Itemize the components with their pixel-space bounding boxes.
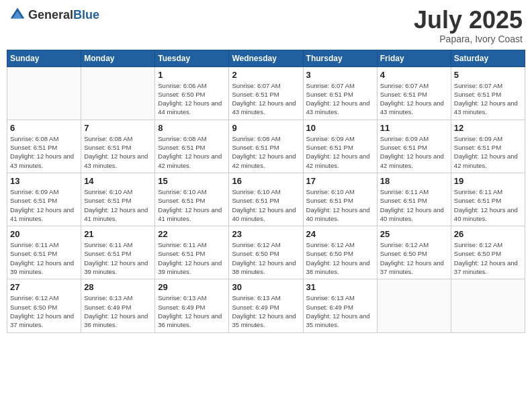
day-number: 30 [232, 282, 300, 292]
calendar-day-cell: 12Sunrise: 6:09 AMSunset: 6:51 PMDayligh… [451, 120, 525, 173]
calendar-day-cell: 28Sunrise: 6:13 AMSunset: 6:49 PMDayligh… [81, 279, 155, 332]
calendar-day-cell: 10Sunrise: 6:09 AMSunset: 6:51 PMDayligh… [303, 120, 377, 173]
day-info: Sunrise: 6:07 AMSunset: 6:51 PMDaylight:… [380, 81, 448, 117]
weekday-header: Saturday [451, 50, 525, 66]
weekday-header: Thursday [303, 50, 377, 66]
day-number: 10 [306, 123, 374, 133]
day-info: Sunrise: 6:09 AMSunset: 6:51 PMDaylight:… [380, 134, 448, 170]
calendar-day-cell: 8Sunrise: 6:08 AMSunset: 6:51 PMDaylight… [155, 120, 229, 173]
calendar-week-row: 6Sunrise: 6:08 AMSunset: 6:51 PMDaylight… [7, 120, 525, 173]
weekday-header-row: SundayMondayTuesdayWednesdayThursdayFrid… [7, 50, 525, 66]
day-number: 20 [10, 229, 78, 239]
calendar-week-row: 13Sunrise: 6:09 AMSunset: 6:51 PMDayligh… [7, 173, 525, 226]
day-number: 3 [306, 70, 374, 80]
calendar-day-cell: 17Sunrise: 6:10 AMSunset: 6:51 PMDayligh… [303, 173, 377, 226]
calendar-day-cell: 1Sunrise: 6:06 AMSunset: 6:50 PMDaylight… [155, 66, 229, 120]
day-info: Sunrise: 6:11 AMSunset: 6:51 PMDaylight:… [380, 187, 448, 223]
calendar-day-cell: 13Sunrise: 6:09 AMSunset: 6:51 PMDayligh… [7, 173, 81, 226]
calendar-day-cell [451, 279, 525, 332]
calendar-day-cell: 6Sunrise: 6:08 AMSunset: 6:51 PMDaylight… [7, 120, 81, 173]
day-info: Sunrise: 6:08 AMSunset: 6:51 PMDaylight:… [10, 134, 78, 170]
calendar-table: SundayMondayTuesdayWednesdayThursdayFrid… [7, 50, 525, 333]
day-info: Sunrise: 6:08 AMSunset: 6:51 PMDaylight:… [84, 134, 152, 170]
day-info: Sunrise: 6:13 AMSunset: 6:49 PMDaylight:… [84, 293, 152, 329]
calendar-day-cell: 4Sunrise: 6:07 AMSunset: 6:51 PMDaylight… [377, 66, 451, 120]
calendar-week-row: 27Sunrise: 6:12 AMSunset: 6:50 PMDayligh… [7, 279, 525, 332]
page-header: GeneralBlue July 2025 Papara, Ivory Coas… [7, 7, 525, 44]
day-info: Sunrise: 6:10 AMSunset: 6:51 PMDaylight:… [158, 187, 226, 223]
weekday-header: Wednesday [229, 50, 303, 66]
day-info: Sunrise: 6:09 AMSunset: 6:51 PMDaylight:… [10, 187, 78, 223]
location: Papara, Ivory Coast [414, 34, 523, 44]
day-number: 8 [158, 123, 226, 133]
calendar-day-cell [7, 66, 81, 120]
day-number: 7 [84, 123, 152, 133]
calendar-day-cell: 21Sunrise: 6:11 AMSunset: 6:51 PMDayligh… [81, 226, 155, 279]
weekday-header: Tuesday [155, 50, 229, 66]
day-info: Sunrise: 6:10 AMSunset: 6:51 PMDaylight:… [84, 187, 152, 223]
day-number: 26 [454, 229, 522, 239]
day-number: 29 [158, 282, 226, 292]
day-number: 6 [10, 123, 78, 133]
day-info: Sunrise: 6:09 AMSunset: 6:51 PMDaylight:… [454, 134, 522, 170]
calendar-week-row: 1Sunrise: 6:06 AMSunset: 6:50 PMDaylight… [7, 66, 525, 120]
calendar-day-cell: 15Sunrise: 6:10 AMSunset: 6:51 PMDayligh… [155, 173, 229, 226]
day-info: Sunrise: 6:11 AMSunset: 6:51 PMDaylight:… [10, 240, 78, 276]
day-number: 27 [10, 282, 78, 292]
day-info: Sunrise: 6:06 AMSunset: 6:50 PMDaylight:… [158, 81, 226, 117]
calendar-day-cell: 24Sunrise: 6:12 AMSunset: 6:50 PMDayligh… [303, 226, 377, 279]
day-number: 13 [10, 176, 78, 186]
calendar-day-cell: 14Sunrise: 6:10 AMSunset: 6:51 PMDayligh… [81, 173, 155, 226]
logo-icon [9, 7, 26, 23]
logo-general: GeneralBlue [28, 8, 99, 22]
calendar-day-cell: 7Sunrise: 6:08 AMSunset: 6:51 PMDaylight… [81, 120, 155, 173]
day-number: 2 [232, 70, 300, 80]
day-number: 9 [232, 123, 300, 133]
day-info: Sunrise: 6:12 AMSunset: 6:50 PMDaylight:… [232, 240, 300, 276]
calendar-day-cell: 5Sunrise: 6:07 AMSunset: 6:51 PMDaylight… [451, 66, 525, 120]
day-info: Sunrise: 6:12 AMSunset: 6:50 PMDaylight:… [10, 293, 78, 329]
day-number: 4 [380, 70, 448, 80]
day-info: Sunrise: 6:07 AMSunset: 6:51 PMDaylight:… [232, 81, 300, 117]
day-info: Sunrise: 6:08 AMSunset: 6:51 PMDaylight:… [232, 134, 300, 170]
day-number: 24 [306, 229, 374, 239]
day-number: 1 [158, 70, 226, 80]
day-number: 15 [158, 176, 226, 186]
day-number: 11 [380, 123, 448, 133]
day-info: Sunrise: 6:12 AMSunset: 6:50 PMDaylight:… [454, 240, 522, 276]
day-number: 14 [84, 176, 152, 186]
day-info: Sunrise: 6:12 AMSunset: 6:50 PMDaylight:… [380, 240, 448, 276]
weekday-header: Monday [81, 50, 155, 66]
day-info: Sunrise: 6:11 AMSunset: 6:51 PMDaylight:… [84, 240, 152, 276]
calendar-day-cell: 2Sunrise: 6:07 AMSunset: 6:51 PMDaylight… [229, 66, 303, 120]
day-info: Sunrise: 6:07 AMSunset: 6:51 PMDaylight:… [454, 81, 522, 117]
calendar-day-cell: 16Sunrise: 6:10 AMSunset: 6:51 PMDayligh… [229, 173, 303, 226]
day-info: Sunrise: 6:10 AMSunset: 6:51 PMDaylight:… [306, 187, 374, 223]
day-info: Sunrise: 6:11 AMSunset: 6:51 PMDaylight:… [158, 240, 226, 276]
calendar-day-cell: 25Sunrise: 6:12 AMSunset: 6:50 PMDayligh… [377, 226, 451, 279]
weekday-header: Sunday [7, 50, 81, 66]
day-number: 25 [380, 229, 448, 239]
calendar-day-cell: 27Sunrise: 6:12 AMSunset: 6:50 PMDayligh… [7, 279, 81, 332]
calendar-day-cell: 9Sunrise: 6:08 AMSunset: 6:51 PMDaylight… [229, 120, 303, 173]
calendar-day-cell: 11Sunrise: 6:09 AMSunset: 6:51 PMDayligh… [377, 120, 451, 173]
calendar-day-cell: 19Sunrise: 6:11 AMSunset: 6:51 PMDayligh… [451, 173, 525, 226]
day-info: Sunrise: 6:10 AMSunset: 6:51 PMDaylight:… [232, 187, 300, 223]
day-number: 23 [232, 229, 300, 239]
logo: GeneralBlue [9, 7, 99, 23]
day-number: 21 [84, 229, 152, 239]
calendar-day-cell: 26Sunrise: 6:12 AMSunset: 6:50 PMDayligh… [451, 226, 525, 279]
day-info: Sunrise: 6:13 AMSunset: 6:49 PMDaylight:… [158, 293, 226, 329]
calendar-day-cell: 20Sunrise: 6:11 AMSunset: 6:51 PMDayligh… [7, 226, 81, 279]
calendar-day-cell: 30Sunrise: 6:13 AMSunset: 6:49 PMDayligh… [229, 279, 303, 332]
day-number: 31 [306, 282, 374, 292]
month-title: July 2025 [414, 7, 523, 34]
day-number: 12 [454, 123, 522, 133]
day-number: 19 [454, 176, 522, 186]
day-info: Sunrise: 6:08 AMSunset: 6:51 PMDaylight:… [158, 134, 226, 170]
day-number: 28 [84, 282, 152, 292]
day-number: 17 [306, 176, 374, 186]
calendar-week-row: 20Sunrise: 6:11 AMSunset: 6:51 PMDayligh… [7, 226, 525, 279]
day-info: Sunrise: 6:09 AMSunset: 6:51 PMDaylight:… [306, 134, 374, 170]
calendar-day-cell [81, 66, 155, 120]
